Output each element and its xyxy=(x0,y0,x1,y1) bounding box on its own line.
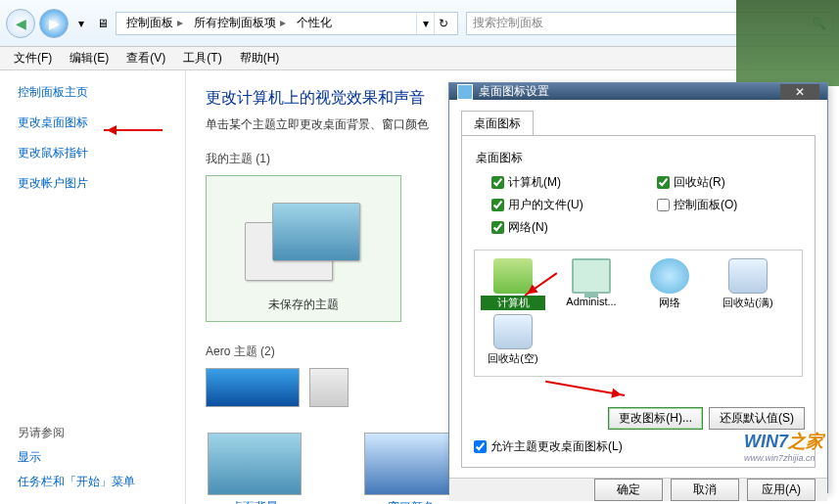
sidebar-link-change-account-picture[interactable]: 更改帐户图片 xyxy=(18,175,167,192)
nav-back-button[interactable]: ◀ xyxy=(6,9,35,38)
desktop-icon xyxy=(650,258,689,294)
desktop-icon-item[interactable]: 计算机 xyxy=(481,258,545,310)
dialog-titlebar[interactable]: 桌面图标设置 ✕ xyxy=(449,83,827,100)
ok-button[interactable]: 确定 xyxy=(594,479,663,501)
breadcrumb-item[interactable]: 个性化 xyxy=(293,15,339,31)
sidebar-link-change-mouse-pointer[interactable]: 更改鼠标指针 xyxy=(18,145,167,161)
breadcrumb[interactable]: 控制面板 所有控制面板项 个性化 ▾ ↻ xyxy=(116,12,458,35)
checkbox[interactable] xyxy=(657,176,670,189)
desktop-icon-item[interactable]: 网络 xyxy=(637,258,702,310)
menu-bar: 文件(F) 编辑(E) 查看(V) 工具(T) 帮助(H) xyxy=(0,47,839,70)
menu-file[interactable]: 文件(F) xyxy=(6,48,60,69)
checkbox-label: 控制面板(O) xyxy=(674,197,737,213)
monitor-icon: 🖥 xyxy=(94,15,112,32)
menu-edit[interactable]: 编辑(E) xyxy=(62,48,117,69)
tile-window-color[interactable]: 窗口颜色 自定义 xyxy=(362,433,460,504)
tile-title: 桌面背景 xyxy=(231,499,278,504)
desktop-icon-settings-dialog: 桌面图标设置 ✕ 桌面图标 桌面图标 计算机(M)回收站(R)用户的文件(U)控… xyxy=(448,82,828,493)
desktop-icon-label: 网络 xyxy=(637,296,702,310)
desktop-icon xyxy=(728,258,768,294)
breadcrumb-item[interactable]: 所有控制面板项 xyxy=(190,15,293,31)
tab-panel: 桌面图标 计算机(M)回收站(R)用户的文件(U)控制面板(O)网络(N) 计算… xyxy=(461,135,816,468)
desktop-icon-label: 回收站(满) xyxy=(716,296,780,310)
desktop-icon-item[interactable]: 回收站(满) xyxy=(716,258,780,310)
group-label: 桌面图标 xyxy=(476,150,803,166)
breadcrumb-dropdown-icon[interactable]: ▾ xyxy=(416,13,434,34)
theme-unsaved-label: 未保存的主题 xyxy=(268,297,339,313)
change-icon-button[interactable]: 更改图标(H)... xyxy=(608,407,703,430)
check-1[interactable]: 回收站(R) xyxy=(657,174,803,191)
nav-forward-button[interactable]: ▶ xyxy=(39,9,69,38)
checkbox[interactable] xyxy=(491,199,504,211)
apply-button[interactable]: 应用(A) xyxy=(747,479,816,501)
checkbox-label: 回收站(R) xyxy=(674,174,725,191)
sidebar-home[interactable]: 控制面板主页 xyxy=(18,84,167,101)
address-bar: ◀ ▶ ▾ 🖥 控制面板 所有控制面板项 个性化 ▾ ↻ 搜索控制面板 🔍 xyxy=(0,0,839,47)
desktop-icon-item[interactable]: Administ... xyxy=(559,258,624,310)
aero-theme-thumb[interactable] xyxy=(206,368,300,407)
sidebar-seealso-display[interactable]: 显示 xyxy=(18,449,167,466)
annotation-arrow xyxy=(104,129,163,131)
menu-tools[interactable]: 工具(T) xyxy=(175,48,229,69)
check-0[interactable]: 计算机(M) xyxy=(491,174,637,191)
check-3[interactable]: 控制面板(O) xyxy=(657,197,803,213)
checkbox[interactable] xyxy=(491,221,504,234)
sidebar-seealso-label: 另请参阅 xyxy=(18,426,65,439)
allow-themes-checkbox[interactable] xyxy=(474,440,487,453)
dialog-footer: 确定 取消 应用(A) xyxy=(449,478,827,501)
history-dropdown-icon[interactable]: ▾ xyxy=(72,15,90,32)
aero-theme-thumb[interactable] xyxy=(309,368,349,407)
tile-desktop-background[interactable]: 桌面背景 IMG_1431 xyxy=(206,433,303,504)
checkbox[interactable] xyxy=(657,199,670,211)
desktop-icon-item[interactable]: 回收站(空) xyxy=(481,314,545,366)
search-placeholder: 搜索控制面板 xyxy=(473,15,543,31)
dialog-icon xyxy=(457,84,473,100)
check-2[interactable]: 用户的文件(U) xyxy=(491,197,637,213)
tab-desktop-icons[interactable]: 桌面图标 xyxy=(461,111,534,136)
cancel-button[interactable]: 取消 xyxy=(671,479,739,501)
menu-help[interactable]: 帮助(H) xyxy=(232,48,288,69)
sidebar: 控制面板主页 更改桌面图标 更改鼠标指针 更改帐户图片 另请参阅 显示 任务栏和… xyxy=(0,70,186,504)
checkbox[interactable] xyxy=(491,176,504,189)
tile-thumb xyxy=(364,433,458,495)
menu-view[interactable]: 查看(V) xyxy=(118,48,173,69)
refresh-icon[interactable]: ↻ xyxy=(434,13,451,34)
theme-thumb-front xyxy=(272,203,360,261)
tile-thumb xyxy=(208,433,302,495)
checkbox-label: 计算机(M) xyxy=(508,174,561,191)
desktop-peek xyxy=(736,0,839,86)
checkbox-label: 网络(N) xyxy=(508,219,548,236)
breadcrumb-item[interactable]: 控制面板 xyxy=(122,15,190,31)
check-4[interactable]: 网络(N) xyxy=(491,219,637,236)
desktop-icon-label: 计算机 xyxy=(481,296,545,310)
desktop-icon xyxy=(493,314,533,349)
close-icon[interactable]: ✕ xyxy=(780,84,819,100)
allow-themes-label: 允许主题更改桌面图标(L) xyxy=(490,438,623,455)
dialog-title: 桌面图标设置 xyxy=(479,83,549,100)
icon-well: 计算机Administ...网络回收站(满)回收站(空) xyxy=(474,250,803,377)
checkbox-label: 用户的文件(U) xyxy=(508,197,583,213)
tile-title: 窗口颜色 xyxy=(388,499,435,504)
desktop-icon-label: 回收站(空) xyxy=(481,351,545,366)
sidebar-seealso-taskbar[interactable]: 任务栏和「开始」菜单 xyxy=(18,474,167,490)
desktop-icon xyxy=(572,258,611,294)
restore-default-button[interactable]: 还原默认值(S) xyxy=(709,407,805,430)
theme-unsaved[interactable]: 未保存的主题 xyxy=(206,175,401,322)
